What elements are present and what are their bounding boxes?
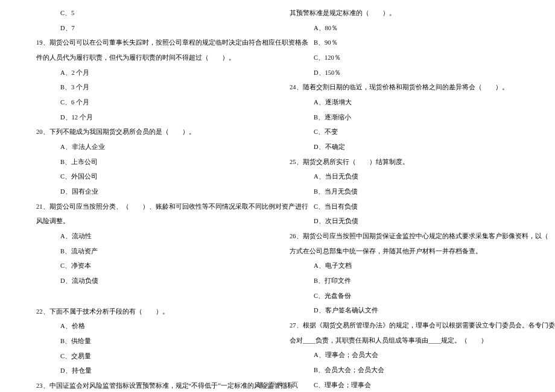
q19-option-d: D、12 个月 bbox=[36, 110, 259, 125]
q26-stem-cont: 方式在公司总部集中统一保存，并随其他开户材料一并存档备查。 bbox=[290, 244, 525, 259]
q27-stem: 27、根据《期货交易所管理办法》的规定，理事会可以根据需要设立专门委员会。各专门… bbox=[290, 318, 525, 334]
q21-option-b: B、流动资产 bbox=[36, 244, 259, 259]
q19-option-a: A、2 个月 bbox=[36, 66, 259, 81]
q19-stem: 19、期货公司可以在公司董事长失踪时，按照公司章程的规定临时决定由符合相应任职资… bbox=[36, 36, 259, 51]
q22-option-c: C、交易量 bbox=[36, 349, 259, 364]
q18-option-d: D、7 bbox=[36, 21, 259, 36]
q21-option-d: D、流动负债 bbox=[36, 274, 259, 289]
q21-stem-cont: 风险调整。 bbox=[36, 214, 259, 229]
q26-option-b: B、打印文件 bbox=[290, 274, 525, 289]
q22-option-d: D、持仓量 bbox=[36, 364, 259, 379]
q23-option-a: A、80％ bbox=[290, 21, 525, 36]
q22-stem: 22、下面不属于技术分析手段的有（ ）。 bbox=[36, 305, 259, 320]
page-footer: 第 3 页 共 17 页 bbox=[0, 381, 555, 389]
q18-option-c: C、5 bbox=[36, 6, 259, 21]
q19-option-b: B、3 个月 bbox=[36, 80, 259, 95]
q25-option-a: A、当日无负债 bbox=[290, 169, 525, 185]
q26-stem: 26、期货公司应当按照中国期货保证金监控中心规定的格式要求采集客户影像资料，以（… bbox=[290, 229, 525, 244]
right-column: 其预警标准是规定标准的（ ）。 A、80％ B、90％ C、120％ D、150… bbox=[278, 6, 555, 374]
q26-option-a: A、电子文档 bbox=[290, 259, 525, 274]
q19-stem-cont: 件的人员代为履行职责，但代为履行职责的时间不得超过（ ）。 bbox=[36, 51, 259, 66]
q20-option-c: C、外国公司 bbox=[36, 169, 259, 185]
q21-stem: 21、期货公司应当按照分类、（ ）、账龄和可回收性等不同情况采取不同比例对资产进… bbox=[36, 200, 259, 215]
q27-option-b: B、会员大会；会员大会 bbox=[290, 363, 525, 378]
q22-option-b: B、供给量 bbox=[36, 334, 259, 349]
q25-option-b: B、当月无负债 bbox=[290, 185, 525, 200]
q25-option-c: C、当日有负债 bbox=[290, 200, 525, 215]
q20-stem: 20、下列不能成为我国期货交易所会员的是（ ）。 bbox=[36, 125, 259, 140]
q25-option-d: D、次日无负债 bbox=[290, 214, 525, 229]
q21-option-a: A、流动性 bbox=[36, 229, 259, 244]
left-column: C、5 D、7 19、期货公司可以在公司董事长失踪时，按照公司章程的规定临时决定… bbox=[0, 6, 278, 374]
page-content: C、5 D、7 19、期货公司可以在公司董事长失踪时，按照公司章程的规定临时决定… bbox=[0, 0, 555, 374]
q23-option-c: C、120％ bbox=[290, 51, 525, 66]
q22-option-a: A、价格 bbox=[36, 319, 259, 334]
q24-option-a: A、逐渐增大 bbox=[290, 95, 525, 110]
q20-option-b: B、上市公司 bbox=[36, 155, 259, 170]
q26-option-c: C、光盘备份 bbox=[290, 289, 525, 304]
q25-stem: 25、期货交易所实行（ ）结算制度。 bbox=[290, 155, 525, 170]
q21-option-c: C、净资本 bbox=[36, 259, 259, 274]
q24-option-d: D、不确定 bbox=[290, 140, 525, 155]
q20-option-d: D、国有企业 bbox=[36, 185, 259, 200]
q23-stem-cont: 其预警标准是规定标准的（ ）。 bbox=[290, 6, 525, 21]
q23-option-b: B、90％ bbox=[290, 36, 525, 51]
spacer bbox=[36, 289, 259, 305]
q27-stem-cont: 会对____负责，其职责任期和人员组成等事项由____规定。（ ） bbox=[290, 334, 525, 349]
q24-option-c: C、不变 bbox=[290, 125, 525, 140]
q20-option-a: A、非法人企业 bbox=[36, 140, 259, 155]
q26-option-d: D、客户签名确认文件 bbox=[290, 303, 525, 318]
q19-option-c: C、6 个月 bbox=[36, 95, 259, 110]
q24-option-b: B、逐渐缩小 bbox=[290, 110, 525, 125]
q24-stem: 24、随着交割日期的临近，现货价格和期货价格之间的差异将会（ ）。 bbox=[290, 80, 525, 95]
q23-option-d: D、150％ bbox=[290, 66, 525, 81]
q27-option-a: A、理事会；会员大会 bbox=[290, 348, 525, 363]
